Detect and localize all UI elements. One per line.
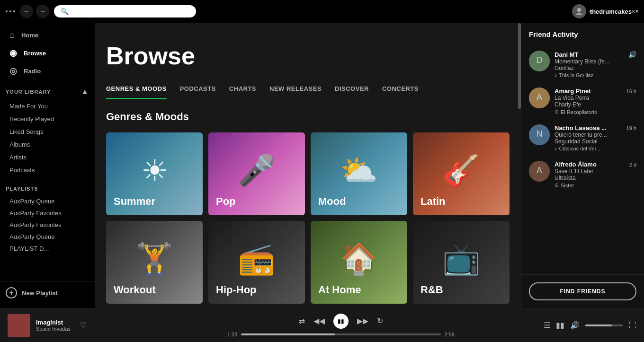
- sidebar-item-radio[interactable]: ◎ Radio: [4, 62, 91, 80]
- friend-name-row: Dani MT 🔊: [555, 51, 636, 58]
- close-button[interactable]: ✕: [623, 0, 644, 23]
- search-input[interactable]: Search: [72, 8, 189, 15]
- friend-item[interactable]: A Amarg Pinet 16 h La Vida Perra Charly …: [521, 83, 644, 120]
- friend-name-row: Nacho Lasaosa ... 19 h: [555, 124, 636, 132]
- genre-card-workout[interactable]: 🏋 Workout: [106, 221, 203, 304]
- genre-overlay: 🏠 At Home: [311, 221, 407, 304]
- back-button[interactable]: ←: [20, 5, 33, 18]
- genre-label: Hip-Hop: [216, 284, 297, 296]
- plus-icon: +: [6, 287, 17, 298]
- volume-icon[interactable]: 🔊: [570, 321, 580, 330]
- shuffle-button[interactable]: ⇄: [299, 316, 305, 325]
- friend-name: Alfredo Álamo: [555, 161, 597, 168]
- tab-genres-moods[interactable]: GENRES & MOODS: [106, 79, 167, 99]
- microphone-icon: 🎤: [238, 153, 276, 188]
- playlist-item[interactable]: PLAYLIST D...: [0, 243, 95, 254]
- library-liked-songs[interactable]: Liked Songs: [4, 125, 91, 138]
- find-friends-section: FIND FRIENDS: [521, 274, 644, 308]
- friend-item[interactable]: A Alfredo Álamo 2 d Save It 'til Later U…: [521, 156, 644, 193]
- friend-track: La Vida Perra: [555, 95, 636, 101]
- minimize-button[interactable]: ─: [580, 0, 601, 23]
- house-icon: 🏠: [340, 241, 378, 277]
- genre-label: At Home: [318, 284, 400, 296]
- volume-fill: [585, 324, 612, 326]
- friend-time: 19 h: [626, 125, 636, 131]
- tab-podcasts[interactable]: PODCASTS: [180, 79, 216, 99]
- devices-icon[interactable]: ▮▮: [556, 321, 564, 330]
- playlist-item[interactable]: AuxParty Favorites: [0, 219, 95, 231]
- sidebar-item-home[interactable]: ⌂ Home: [4, 26, 91, 44]
- search-icon: 🔍: [61, 8, 69, 15]
- forward-button[interactable]: →: [36, 5, 49, 18]
- playlist-icon: ⊙: [555, 182, 559, 188]
- friend-playlist: This Is Gorillaz: [559, 72, 594, 78]
- genre-card-mood[interactable]: ⛅ Mood: [311, 132, 407, 215]
- genre-overlay: ⛅ Mood: [311, 132, 407, 215]
- nav-buttons: ← →: [20, 5, 49, 18]
- friend-artist: Seguridad Social: [555, 138, 636, 145]
- queue-icon[interactable]: ☰: [544, 321, 550, 330]
- tab-charts[interactable]: CHARTS: [229, 79, 256, 99]
- fullscreen-icon[interactable]: ⛶: [629, 321, 636, 330]
- find-friends-button[interactable]: FIND FRIENDS: [529, 282, 636, 300]
- library-podcasts[interactable]: Podcasts: [4, 164, 91, 176]
- avatar: N: [529, 124, 550, 145]
- pause-button[interactable]: ▮▮: [333, 314, 349, 329]
- playlists-section: PLAYLISTS AuxParty Queue AuxParty Favori…: [0, 182, 95, 254]
- tab-new-releases[interactable]: NEW RELEASES: [269, 79, 322, 99]
- next-button[interactable]: ▶▶: [357, 316, 368, 325]
- library-artists[interactable]: Artists: [4, 151, 91, 164]
- page-title: Browse: [106, 42, 510, 70]
- genre-label: Summer: [114, 195, 195, 208]
- radio-icon: ◎: [9, 66, 17, 76]
- track-name: Imaginist: [36, 319, 71, 326]
- search-bar[interactable]: 🔍 Search: [54, 5, 196, 18]
- friend-name-row: Amarg Pinet 16 h: [555, 88, 636, 95]
- avatar: D: [529, 51, 550, 71]
- sidebar-item-label: Radio: [24, 68, 41, 75]
- maximize-button[interactable]: □: [601, 0, 623, 23]
- radio-icon: 📻: [238, 241, 276, 277]
- repeat-button[interactable]: ↻: [377, 316, 383, 325]
- new-playlist-button[interactable]: + New Playlist: [6, 287, 89, 298]
- tab-discover[interactable]: DISCOVER: [335, 79, 369, 99]
- guitar-icon: 🎸: [442, 153, 480, 188]
- sidebar-nav: ⌂ Home ◉ Browse ◎ Radio: [0, 26, 95, 80]
- genre-card-hiphop[interactable]: 📻 Hip-Hop: [208, 221, 305, 304]
- friend-item[interactable]: N Nacho Lasaosa ... 19 h Quiero tener tu…: [521, 120, 644, 156]
- friend-playlist-row: ♪ Clásicos del Ver...: [555, 146, 636, 151]
- genre-overlay: 🎸 Latin: [413, 132, 510, 215]
- avatar: A: [529, 161, 550, 182]
- library-recently-played[interactable]: Recently Played: [4, 113, 91, 125]
- genre-card-home[interactable]: 🏠 At Home: [311, 221, 407, 304]
- playlist-item[interactable]: AuxParty Favorites: [0, 207, 95, 219]
- collapse-library-button[interactable]: ▲: [81, 88, 89, 96]
- library-made-for-you[interactable]: Made For You: [4, 100, 91, 113]
- genres-title: Genres & Moods: [106, 111, 510, 123]
- playlist-item[interactable]: AuxParty Queue: [0, 195, 95, 207]
- avatar: A: [529, 88, 550, 108]
- genre-card-pop[interactable]: 🎤 Pop: [208, 132, 305, 215]
- playlist-item[interactable]: AuxParty Queue: [0, 231, 95, 243]
- friend-name: Amarg Pinet: [555, 88, 591, 95]
- browse-tabs: GENRES & MOODS PODCASTS CHARTS NEW RELEA…: [95, 79, 521, 99]
- previous-button[interactable]: ◀◀: [313, 316, 325, 325]
- heart-button[interactable]: ♡: [80, 321, 87, 330]
- volume-bar[interactable]: [585, 324, 623, 326]
- friend-item[interactable]: D Dani MT 🔊 Momentary Bliss (fe... Goril…: [521, 46, 644, 83]
- sidebar-item-browse[interactable]: ◉ Browse: [4, 44, 91, 62]
- tv-icon: 📺: [442, 241, 480, 277]
- progress-bar[interactable]: [241, 333, 440, 335]
- genre-card-latin[interactable]: 🎸 Latin: [413, 132, 510, 215]
- svg-text:D: D: [537, 55, 543, 65]
- album-art: [8, 314, 30, 337]
- cloud-icon: ⛅: [340, 153, 378, 188]
- more-menu[interactable]: [6, 10, 15, 12]
- tab-concerts[interactable]: CONCERTS: [382, 79, 419, 99]
- genre-card-summer[interactable]: ☀ Summer: [106, 132, 203, 215]
- friend-playlist: Clásicos del Ver...: [559, 146, 600, 151]
- genre-card-rnb[interactable]: 📺 R&B: [413, 221, 510, 304]
- library-albums[interactable]: Albums: [4, 138, 91, 151]
- svg-text:A: A: [537, 92, 542, 102]
- friend-info: Alfredo Álamo 2 d Save It 'til Later Ult…: [555, 161, 636, 188]
